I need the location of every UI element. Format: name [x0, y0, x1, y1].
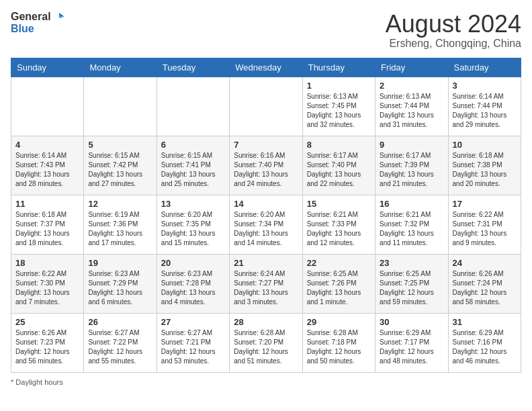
footer-note-text: Daylight hours — [15, 378, 62, 386]
day-cell-4: 4Sunrise: 6:14 AM Sunset: 7:43 PM Daylig… — [11, 136, 84, 195]
day-number-21: 21 — [234, 258, 298, 268]
day-cell-17: 17Sunrise: 6:22 AM Sunset: 7:31 PM Dayli… — [448, 195, 521, 254]
day-info-11: Sunrise: 6:18 AM Sunset: 7:37 PM Dayligh… — [15, 210, 79, 248]
day-number-18: 18 — [15, 258, 79, 268]
day-number-27: 27 — [161, 317, 225, 327]
day-info-10: Sunrise: 6:18 AM Sunset: 7:38 PM Dayligh… — [453, 151, 517, 189]
day-cell-31: 31Sunrise: 6:29 AM Sunset: 7:16 PM Dayli… — [448, 313, 521, 372]
week-row-5: 25Sunrise: 6:26 AM Sunset: 7:23 PM Dayli… — [11, 313, 521, 372]
weekday-header-row: SundayMondayTuesdayWednesdayThursdayFrid… — [11, 58, 521, 77]
day-cell-18: 18Sunrise: 6:22 AM Sunset: 7:30 PM Dayli… — [11, 254, 84, 313]
day-number-24: 24 — [453, 258, 517, 268]
day-number-11: 11 — [15, 199, 79, 209]
day-info-5: Sunrise: 6:15 AM Sunset: 7:42 PM Dayligh… — [88, 151, 152, 189]
empty-cell — [230, 77, 302, 136]
day-info-30: Sunrise: 6:29 AM Sunset: 7:17 PM Dayligh… — [380, 328, 443, 366]
day-cell-29: 29Sunrise: 6:28 AM Sunset: 7:18 PM Dayli… — [302, 313, 375, 372]
day-cell-13: 13Sunrise: 6:20 AM Sunset: 7:35 PM Dayli… — [157, 195, 229, 254]
day-info-15: Sunrise: 6:21 AM Sunset: 7:33 PM Dayligh… — [307, 210, 371, 248]
day-cell-10: 10Sunrise: 6:18 AM Sunset: 7:38 PM Dayli… — [448, 136, 521, 195]
day-cell-24: 24Sunrise: 6:26 AM Sunset: 7:24 PM Dayli… — [448, 254, 521, 313]
day-info-25: Sunrise: 6:26 AM Sunset: 7:23 PM Dayligh… — [15, 328, 79, 366]
day-cell-27: 27Sunrise: 6:27 AM Sunset: 7:21 PM Dayli… — [157, 313, 229, 372]
day-info-4: Sunrise: 6:14 AM Sunset: 7:43 PM Dayligh… — [15, 151, 79, 189]
day-info-17: Sunrise: 6:22 AM Sunset: 7:31 PM Dayligh… — [453, 210, 517, 248]
logo-blue-text: Blue — [11, 23, 64, 35]
day-cell-21: 21Sunrise: 6:24 AM Sunset: 7:27 PM Dayli… — [230, 254, 302, 313]
day-number-3: 3 — [453, 81, 517, 91]
day-cell-19: 19Sunrise: 6:23 AM Sunset: 7:29 PM Dayli… — [84, 254, 157, 313]
day-cell-11: 11Sunrise: 6:18 AM Sunset: 7:37 PM Dayli… — [11, 195, 84, 254]
day-info-19: Sunrise: 6:23 AM Sunset: 7:29 PM Dayligh… — [88, 269, 152, 307]
weekday-header-sunday: Sunday — [11, 58, 84, 77]
day-number-28: 28 — [234, 317, 298, 327]
empty-cell — [157, 77, 229, 136]
day-number-9: 9 — [380, 140, 443, 150]
day-cell-25: 25Sunrise: 6:26 AM Sunset: 7:23 PM Dayli… — [11, 313, 84, 372]
title-area: August 2024 Ersheng, Chongqing, China — [386, 11, 521, 50]
day-number-8: 8 — [307, 140, 371, 150]
day-cell-3: 3Sunrise: 6:14 AM Sunset: 7:44 PM Daylig… — [448, 77, 521, 136]
day-cell-12: 12Sunrise: 6:19 AM Sunset: 7:36 PM Dayli… — [84, 195, 157, 254]
day-cell-30: 30Sunrise: 6:29 AM Sunset: 7:17 PM Dayli… — [375, 313, 448, 372]
week-row-2: 4Sunrise: 6:14 AM Sunset: 7:43 PM Daylig… — [11, 136, 521, 195]
day-info-7: Sunrise: 6:16 AM Sunset: 7:40 PM Dayligh… — [234, 151, 298, 189]
day-number-16: 16 — [380, 199, 443, 209]
day-number-23: 23 — [380, 258, 443, 268]
day-number-26: 26 — [88, 317, 152, 327]
day-number-2: 2 — [380, 81, 443, 91]
day-info-26: Sunrise: 6:27 AM Sunset: 7:22 PM Dayligh… — [88, 328, 152, 366]
logo-general-text: General — [11, 11, 51, 23]
week-row-1: 1Sunrise: 6:13 AM Sunset: 7:45 PM Daylig… — [11, 77, 521, 136]
day-info-3: Sunrise: 6:14 AM Sunset: 7:44 PM Dayligh… — [453, 92, 517, 130]
month-year-title: August 2024 — [386, 11, 521, 38]
day-info-9: Sunrise: 6:17 AM Sunset: 7:39 PM Dayligh… — [380, 151, 443, 189]
day-info-12: Sunrise: 6:19 AM Sunset: 7:36 PM Dayligh… — [88, 210, 152, 248]
day-info-8: Sunrise: 6:17 AM Sunset: 7:40 PM Dayligh… — [307, 151, 371, 189]
day-number-15: 15 — [307, 199, 371, 209]
day-cell-7: 7Sunrise: 6:16 AM Sunset: 7:40 PM Daylig… — [230, 136, 302, 195]
day-cell-20: 20Sunrise: 6:23 AM Sunset: 7:28 PM Dayli… — [157, 254, 229, 313]
footer-note: * Daylight hours — [11, 378, 521, 386]
day-cell-1: 1Sunrise: 6:13 AM Sunset: 7:45 PM Daylig… — [302, 77, 375, 136]
day-info-13: Sunrise: 6:20 AM Sunset: 7:35 PM Dayligh… — [161, 210, 225, 248]
weekday-header-monday: Monday — [84, 58, 157, 77]
calendar-table: SundayMondayTuesdayWednesdayThursdayFrid… — [11, 58, 521, 373]
day-number-25: 25 — [15, 317, 79, 327]
day-cell-6: 6Sunrise: 6:15 AM Sunset: 7:41 PM Daylig… — [157, 136, 229, 195]
day-cell-9: 9Sunrise: 6:17 AM Sunset: 7:39 PM Daylig… — [375, 136, 448, 195]
day-info-16: Sunrise: 6:21 AM Sunset: 7:32 PM Dayligh… — [380, 210, 443, 248]
week-row-4: 18Sunrise: 6:22 AM Sunset: 7:30 PM Dayli… — [11, 254, 521, 313]
empty-cell — [11, 77, 84, 136]
day-info-20: Sunrise: 6:23 AM Sunset: 7:28 PM Dayligh… — [161, 269, 225, 307]
day-number-30: 30 — [380, 317, 443, 327]
day-cell-28: 28Sunrise: 6:28 AM Sunset: 7:20 PM Dayli… — [230, 313, 302, 372]
empty-cell — [84, 77, 157, 136]
day-cell-26: 26Sunrise: 6:27 AM Sunset: 7:22 PM Dayli… — [84, 313, 157, 372]
logo-bird-icon — [52, 11, 64, 23]
day-cell-8: 8Sunrise: 6:17 AM Sunset: 7:40 PM Daylig… — [302, 136, 375, 195]
day-cell-16: 16Sunrise: 6:21 AM Sunset: 7:32 PM Dayli… — [375, 195, 448, 254]
day-info-18: Sunrise: 6:22 AM Sunset: 7:30 PM Dayligh… — [15, 269, 79, 307]
day-info-28: Sunrise: 6:28 AM Sunset: 7:20 PM Dayligh… — [234, 328, 298, 366]
weekday-header-wednesday: Wednesday — [230, 58, 302, 77]
logo-container: General Blue — [11, 11, 64, 35]
day-info-29: Sunrise: 6:28 AM Sunset: 7:18 PM Dayligh… — [307, 328, 371, 366]
weekday-header-tuesday: Tuesday — [157, 58, 229, 77]
day-number-1: 1 — [307, 81, 371, 91]
day-info-27: Sunrise: 6:27 AM Sunset: 7:21 PM Dayligh… — [161, 328, 225, 366]
day-number-14: 14 — [234, 199, 298, 209]
day-number-29: 29 — [307, 317, 371, 327]
day-cell-22: 22Sunrise: 6:25 AM Sunset: 7:26 PM Dayli… — [302, 254, 375, 313]
day-cell-14: 14Sunrise: 6:20 AM Sunset: 7:34 PM Dayli… — [230, 195, 302, 254]
day-number-20: 20 — [161, 258, 225, 268]
day-cell-15: 15Sunrise: 6:21 AM Sunset: 7:33 PM Dayli… — [302, 195, 375, 254]
day-number-10: 10 — [453, 140, 517, 150]
page-header: General Blue August 2024 Ersheng, Chongq… — [11, 11, 521, 50]
day-number-12: 12 — [88, 199, 152, 209]
day-number-22: 22 — [307, 258, 371, 268]
weekday-header-saturday: Saturday — [448, 58, 521, 77]
logo: General Blue — [11, 11, 64, 35]
day-info-1: Sunrise: 6:13 AM Sunset: 7:45 PM Dayligh… — [307, 92, 371, 130]
day-info-6: Sunrise: 6:15 AM Sunset: 7:41 PM Dayligh… — [161, 151, 225, 189]
